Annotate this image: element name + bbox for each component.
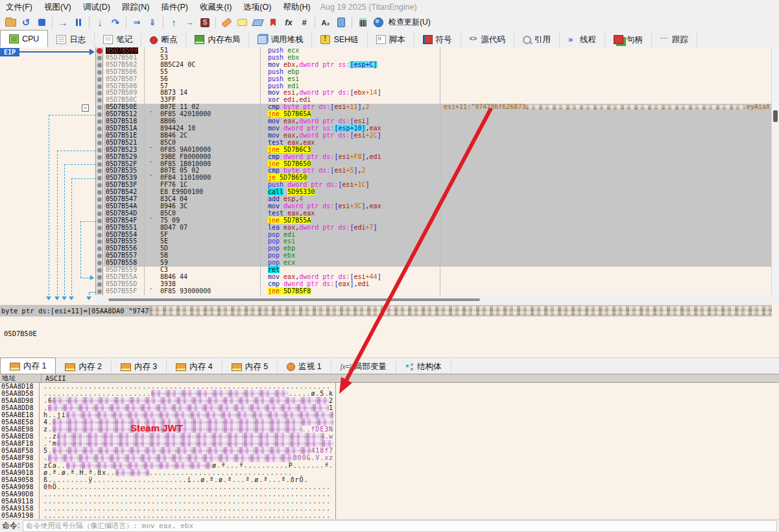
tab-source[interactable]: 源代码	[461, 32, 515, 47]
calculator-button[interactable]	[355, 16, 370, 30]
menu-item-1[interactable]: 视图(V)	[38, 0, 77, 14]
open-file-button[interactable]	[3, 16, 18, 30]
collapse-minus-icon[interactable]: −	[82, 104, 89, 112]
dump-row[interactable]: 05AA8ED8..z.w	[0, 433, 779, 440]
tab-script[interactable]: 脚本	[368, 32, 414, 47]
bottom-tab-wmem-4[interactable]: 内存 4	[167, 359, 222, 374]
trace-into-button[interactable]: ⇒	[130, 16, 144, 30]
tab-trace[interactable]: 跟踪	[652, 32, 697, 47]
tab-breakpoint[interactable]: 断点	[141, 32, 186, 47]
case-button[interactable]: A₂	[318, 16, 333, 30]
dump-row[interactable]: 05AA8D98.62	[0, 397, 779, 404]
bottom-tab-locals[interactable]: [x=]局部变量	[331, 359, 396, 374]
gutter-dot-icon[interactable]	[97, 239, 102, 244]
dump-row[interactable]: 05AA90D8................................…	[0, 490, 779, 498]
dump-row[interactable]: 05AA8F585.418f7	[0, 447, 779, 454]
dump-row[interactable]: 05AA9018ø.ª.ø.ª.H.ª.8x..................…	[0, 469, 779, 476]
disasm-hscrollbar[interactable]	[96, 295, 779, 304]
gutter-dot-icon[interactable]	[97, 105, 102, 110]
menu-item-7[interactable]: 帮助(H)	[277, 0, 316, 14]
gutter-dot-icon[interactable]	[97, 119, 102, 124]
comment-button[interactable]	[235, 16, 249, 30]
device-button[interactable]	[334, 16, 348, 30]
memory-dump-pane[interactable]: 05AA8D18................................…	[0, 383, 779, 519]
dump-row[interactable]: 05AA8E584.	[0, 418, 779, 426]
tab-call-stack[interactable]: 调用堆栈	[249, 32, 312, 47]
gutter-dot-icon[interactable]	[97, 289, 102, 294]
gutter-dot-icon[interactable]	[97, 112, 102, 117]
tab-symbols[interactable]: 符号	[414, 32, 461, 47]
gutter-dot-icon[interactable]	[97, 261, 102, 265]
bottom-tab-wmem-1[interactable]: 内存 1	[0, 357, 56, 374]
gutter-dot-icon[interactable]	[97, 204, 102, 209]
pause-button[interactable]	[71, 16, 86, 30]
gutter-dot-icon[interactable]	[97, 254, 102, 258]
check-update-label[interactable]: 检查更新(U)	[389, 17, 431, 28]
gutter-dot-icon[interactable]	[97, 91, 102, 95]
bottom-tab-struct[interactable]: 结构体	[396, 359, 451, 374]
step-into-button[interactable]: ↓	[93, 16, 107, 30]
gutter-dot-icon[interactable]	[97, 183, 102, 187]
dump-row[interactable]: 05AA9198................................…	[0, 512, 779, 519]
disasm-row[interactable]: 05D7B55Fˇ0F85 93000000jne 5D7B5F8	[0, 288, 779, 295]
gutter-dot-icon[interactable]	[97, 190, 102, 195]
function-button[interactable]: fx	[282, 16, 296, 30]
gutter-dot-icon[interactable]	[97, 63, 102, 67]
gutter-dot-icon[interactable]	[97, 268, 102, 272]
dump-row[interactable]: 05AA8F98.B00&.V.xz	[0, 454, 779, 461]
gutter-dot-icon[interactable]	[97, 56, 102, 60]
gutter-dot-icon[interactable]	[97, 247, 102, 251]
gutter-dot-icon[interactable]	[97, 84, 102, 89]
check-update-button[interactable]	[371, 16, 385, 30]
hscroll-thumb[interactable]	[108, 298, 480, 301]
dump-header-ascii[interactable]: ASCII	[42, 374, 66, 382]
tab-handles[interactable]: 句柄	[605, 32, 652, 47]
patch-button[interactable]	[219, 16, 234, 30]
gutter-dot-icon[interactable]	[97, 197, 102, 202]
dump-row[interactable]: 05AA8F18.'m	[0, 440, 779, 447]
dump-header-address[interactable]: 地址	[0, 374, 42, 382]
dump-row[interactable]: 05AA90980hÕ.............................…	[0, 483, 779, 490]
stop-button[interactable]	[34, 16, 49, 30]
run-button[interactable]: →	[56, 16, 70, 30]
label-button[interactable]	[250, 16, 265, 30]
menu-item-2[interactable]: 调试(D)	[77, 0, 116, 14]
gutter-dot-icon[interactable]	[97, 176, 102, 180]
menu-item-4[interactable]: 插件(P)	[155, 0, 194, 14]
disasm-vscrollbar[interactable]	[771, 47, 779, 295]
breakpoint-dot-icon[interactable]	[97, 48, 102, 54]
gutter-dot-icon[interactable]	[97, 134, 102, 138]
gutter-dot-icon[interactable]	[97, 212, 102, 216]
dump-row[interactable]: 05AA8E18h..ji	[0, 411, 779, 418]
tab-references[interactable]: 引用	[514, 32, 560, 47]
menu-item-0[interactable]: 文件(F)	[0, 0, 38, 14]
tab-seh-chain[interactable]: SEH链	[312, 32, 367, 47]
dump-row[interactable]: 05AA8E98z...fDE3N	[0, 426, 779, 433]
bottom-tab-wmem-2[interactable]: 内存 2	[56, 359, 111, 374]
gutter-dot-icon[interactable]	[97, 77, 102, 82]
menu-item-3[interactable]: 跟踪(N)	[116, 0, 155, 14]
gutter-dot-icon[interactable]	[97, 226, 102, 230]
dump-row[interactable]: 05AA9058ß.........ÿ.....................…	[0, 476, 779, 483]
gutter-dot-icon[interactable]	[97, 127, 102, 131]
gutter-dot-icon[interactable]	[97, 98, 102, 103]
tab-memory-map[interactable]: 内存布局	[186, 32, 249, 47]
gutter-dot-icon[interactable]	[97, 275, 102, 280]
dump-row[interactable]: 05AA8FD8zCa..ø.ª...ª..........P.......ª.	[0, 462, 779, 469]
run-to-return-button[interactable]: ↑	[167, 16, 181, 30]
tab-notes[interactable]: 笔记	[95, 32, 141, 47]
gutter-dot-icon[interactable]	[97, 233, 102, 237]
restart-button[interactable]: ↺	[19, 16, 33, 30]
menu-item-6[interactable]: 选项(O)	[237, 0, 277, 14]
gutter-dot-icon[interactable]	[97, 148, 102, 152]
gutter-dot-icon[interactable]	[97, 70, 102, 75]
run-to-user-code-button[interactable]: →	[182, 16, 197, 30]
vscroll-thumb[interactable]	[773, 110, 778, 122]
gutter-dot-icon[interactable]	[97, 141, 102, 145]
seh-button[interactable]: S	[198, 16, 212, 30]
gutter-dot-icon[interactable]	[97, 155, 102, 160]
tab-log[interactable]: 日志	[48, 32, 95, 47]
gutter-dot-icon[interactable]	[97, 162, 102, 167]
dump-row[interactable]: 05AA8D18................................…	[0, 383, 779, 390]
gutter-dot-icon[interactable]	[97, 219, 102, 223]
